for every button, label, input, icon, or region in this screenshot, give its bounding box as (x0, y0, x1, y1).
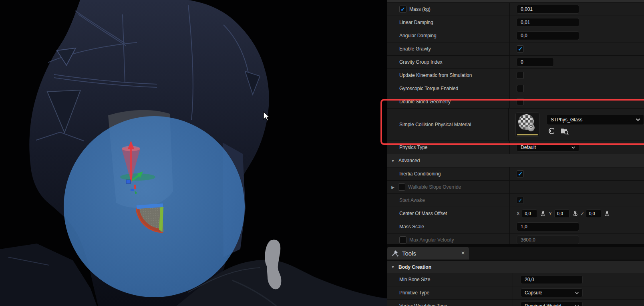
panel-divider (387, 244, 644, 247)
mass-value: 0,001 (521, 6, 533, 12)
row-label: Gravity Group Index (399, 59, 442, 65)
min-bone-size-input[interactable]: 20,0 (521, 275, 583, 284)
row-label: Double Sided Geometry (399, 99, 451, 105)
row-double-sided-geometry: Double Sided Geometry (387, 95, 644, 109)
body-creation-section-header[interactable]: ▼ Body Creation (387, 261, 644, 273)
primitive-type-value: Capsule (525, 290, 542, 296)
row-label: Mass Scale (399, 224, 424, 230)
primitive-type-dropdown[interactable]: Capsule (521, 288, 583, 297)
row-label: Enable Gravity (399, 46, 431, 52)
row-center-of-mass-offset: Center Of Mass Offset X 0,0 Y 0,0 (387, 207, 644, 220)
row-linear-damping: Linear Damping 0,01 (387, 16, 644, 29)
chevron-down-icon (575, 305, 579, 306)
row-min-bone-size: Min Bone Size 20,0 (387, 273, 644, 286)
asset-color-bar (517, 134, 538, 135)
physics-type-dropdown[interactable]: Default (517, 143, 579, 152)
3d-viewport[interactable] (0, 0, 387, 306)
start-awake-checkbox: ✓ (517, 197, 524, 204)
check-icon: ✓ (518, 171, 523, 177)
details-top-strip (387, 0, 644, 3)
viewport-scene (0, 0, 387, 306)
row-gravity-group-index: Gravity Group Index 0 (387, 56, 644, 69)
com-offset-x-value: 0,0 (525, 211, 531, 216)
physics-type-value: Default (521, 145, 536, 150)
mass-override-checkbox[interactable]: ✓ (399, 6, 407, 13)
physical-material-name: STPhys_Glass (551, 117, 582, 123)
row-label: Walkable Slope Override (408, 184, 461, 190)
tab-title: Tools (402, 250, 458, 257)
tools-tab-strip: Tools ✕ (387, 247, 644, 260)
mass-input[interactable]: 0,001 (517, 5, 579, 14)
com-nudge-icon[interactable] (540, 211, 545, 217)
row-physics-type: Physics Type Default (387, 141, 644, 154)
vertex-weighting-type-value: Dominant Weight (525, 303, 561, 306)
inertia-conditioning-checkbox[interactable]: ✓ (517, 170, 524, 177)
physics-asset-editor: ✓ Mass (kg) 0,001 Linear Damping 0,01 An… (0, 0, 644, 306)
row-start-awake: Start Awake ✓ (387, 194, 644, 207)
check-icon: ✓ (518, 46, 523, 52)
update-kinematic-checkbox[interactable] (517, 72, 524, 79)
com-nudge-icon[interactable] (573, 211, 578, 217)
check-icon: ✓ (400, 6, 405, 12)
mouse-cursor (263, 111, 270, 121)
walkable-slope-override-checkbox[interactable] (398, 183, 405, 191)
row-label: Primitive Type (399, 290, 429, 296)
browse-to-asset-icon[interactable] (560, 127, 569, 135)
row-label: Vertex Weighting Type (399, 303, 447, 306)
tools-panel: Tools ✕ ▼ Body Creation Min Bone Size 20… (387, 244, 644, 306)
angular-damping-input[interactable]: 0,0 (517, 31, 579, 40)
angular-damping-value: 0,0 (521, 33, 527, 38)
min-bone-size-value: 20,0 (525, 277, 534, 282)
mass-scale-input[interactable]: 1,0 (517, 222, 579, 231)
physical-material-dropdown[interactable]: STPhys_Glass (547, 114, 644, 125)
row-angular-damping: Angular Damping 0,0 (387, 29, 644, 42)
row-vertex-weighting-type: Vertex Weighting Type Dominant Weight (387, 300, 644, 306)
vertex-weighting-type-dropdown[interactable]: Dominant Weight (521, 302, 583, 306)
row-primitive-type: Primitive Type Capsule (387, 286, 644, 300)
row-label: Linear Damping (399, 20, 433, 25)
use-selected-asset-icon[interactable] (548, 127, 556, 135)
physical-material-thumbnail[interactable] (515, 113, 539, 137)
tab-tools[interactable]: Tools ✕ (387, 247, 469, 260)
linear-damping-input[interactable]: 0,01 (517, 18, 579, 27)
row-mass: ✓ Mass (kg) 0,001 (387, 3, 644, 16)
row-inertia-conditioning: Inertia Conditioning ✓ (387, 167, 644, 181)
com-offset-z-input[interactable]: 0,0 (586, 209, 601, 218)
section-title: Advanced (398, 158, 420, 163)
mass-scale-value: 1,0 (521, 224, 527, 230)
row-label: Gyroscopic Torque Enabled (399, 86, 458, 91)
com-offset-y-value: 0,0 (557, 211, 563, 216)
com-offset-x-input[interactable]: 0,0 (522, 209, 537, 218)
expand-arrow-icon: ▼ (390, 265, 395, 269)
max-angular-velocity-checkbox[interactable] (399, 236, 407, 244)
row-walkable-slope-override: ▶ Walkable Slope Override (387, 181, 644, 194)
axis-z-label: Z (581, 211, 584, 216)
row-label: Max Angular Velocity (409, 237, 454, 243)
axis-y-label: Y (549, 211, 551, 216)
advanced-section-header[interactable]: ▼ Advanced (387, 154, 644, 167)
com-offset-z-value: 0,0 (589, 211, 595, 216)
enable-gravity-checkbox[interactable]: ✓ (517, 45, 524, 52)
row-mass-scale: Mass Scale 1,0 (387, 220, 644, 234)
row-label: Start Awake (399, 197, 425, 203)
gyroscopic-torque-checkbox[interactable] (517, 85, 524, 92)
check-icon: ✓ (518, 197, 523, 203)
chevron-down-icon (571, 146, 576, 149)
com-offset-y-input[interactable]: 0,0 (554, 209, 570, 218)
axis-x-label: X (517, 211, 519, 216)
row-label: Mass (kg) (409, 6, 431, 12)
double-sided-geometry-checkbox[interactable] (517, 98, 524, 105)
expand-arrow-icon[interactable]: ▶ (390, 185, 395, 189)
linear-damping-value: 0,01 (521, 20, 530, 25)
max-angular-velocity-value: 3600,0 (521, 237, 535, 243)
max-angular-velocity-input: 3600,0 (517, 236, 579, 244)
com-nudge-icon[interactable] (604, 211, 610, 217)
row-label: Update Kinematic from Simulation (399, 72, 472, 78)
tools-hammer-icon (391, 249, 399, 257)
chevron-down-icon (636, 118, 640, 121)
row-enable-gravity: Enable Gravity ✓ (387, 42, 644, 56)
close-icon[interactable]: ✕ (461, 250, 465, 256)
row-simple-collision-physical-material: Simple Collision Physical Material (387, 109, 644, 141)
row-label: Center Of Mass Offset (399, 211, 447, 216)
gravity-group-index-input[interactable]: 0 (517, 58, 554, 66)
